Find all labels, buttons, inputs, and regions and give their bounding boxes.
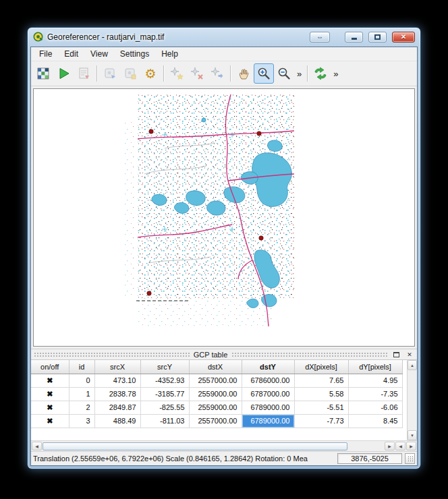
gcp-marker-0: [149, 129, 153, 134]
pan-hand-icon: [236, 66, 251, 81]
cell-id[interactable]: 1: [69, 387, 94, 401]
scroll-left-button[interactable]: ◀: [32, 442, 42, 450]
gear-icon: ⚙: [144, 67, 156, 80]
pan-button[interactable]: [233, 63, 254, 84]
zoom-out-button[interactable]: [274, 63, 294, 84]
cell-srcy[interactable]: -4352.93: [140, 374, 189, 387]
col-header-srcx[interactable]: srcX: [94, 360, 140, 374]
status-corner-button[interactable]: [405, 453, 415, 464]
save-gcp-points-button[interactable]: [120, 63, 140, 84]
toolbar-overflow-chevron[interactable]: »: [294, 69, 304, 79]
col-header-dstx[interactable]: dstX: [189, 360, 242, 374]
cell-dy[interactable]: -7.35: [348, 387, 402, 401]
gcp-row-1[interactable]: ✖ 1 2838.78 -3185.77 2559000.00 6787000.…: [31, 387, 402, 401]
toolbar-separator: [96, 65, 97, 82]
window-title: Georeferencer - rautjarvi_map.tif: [47, 32, 164, 42]
menu-view[interactable]: View: [84, 47, 114, 61]
cell-id[interactable]: 0: [69, 374, 94, 387]
gcp-row-3[interactable]: ✖ 3 488.49 -811.03 2557000.00 6789000.00…: [31, 414, 402, 428]
link-georeferencer-button[interactable]: [310, 63, 331, 84]
cell-srcx[interactable]: 2849.87: [94, 401, 140, 414]
cell-srcx[interactable]: 488.49: [94, 414, 140, 428]
open-raster-button[interactable]: [33, 63, 53, 84]
cell-srcx[interactable]: 2838.78: [94, 387, 140, 401]
cell-onoff[interactable]: ✖: [31, 401, 69, 414]
gcp-marker-1: [257, 131, 261, 136]
cell-srcy[interactable]: -825.55: [140, 401, 189, 414]
corner-scroll-right-button[interactable]: ▶: [406, 442, 416, 450]
map-canvas[interactable]: [33, 88, 415, 347]
panel-drag-handle[interactable]: [34, 352, 190, 357]
minimize-button[interactable]: [345, 32, 363, 42]
generate-gdal-script-button[interactable]: [74, 63, 94, 84]
cell-dstx[interactable]: 2557000.00: [189, 414, 242, 428]
menu-help[interactable]: Help: [155, 47, 184, 61]
vertical-scrollbar[interactable]: ▲ ▼: [407, 360, 417, 440]
col-header-onoff[interactable]: on/off: [31, 360, 69, 374]
detach-button[interactable]: ⇔: [310, 32, 330, 42]
load-gcp-points-button[interactable]: [100, 63, 120, 84]
close-button[interactable]: ✕: [392, 32, 415, 42]
panel-drag-handle[interactable]: [231, 352, 387, 357]
cell-dstx[interactable]: 2559000.00: [189, 387, 242, 401]
menu-file[interactable]: File: [33, 47, 58, 61]
zoom-in-button[interactable]: [254, 63, 274, 84]
transformation-settings-button[interactable]: ⚙: [140, 63, 161, 84]
gcp-row-0[interactable]: ✖ 0 473.10 -4352.93 2557000.00 6786000.0…: [31, 374, 402, 387]
add-point-button[interactable]: [167, 63, 187, 84]
scroll-up-button[interactable]: ▲: [408, 360, 417, 370]
gcp-table-area: on/off id srcX srcY dstX dstY dX[pixels]…: [31, 359, 417, 440]
titlebar[interactable]: Georeferencer - rautjarvi_map.tif ⇔ ✕: [28, 28, 420, 46]
menu-edit[interactable]: Edit: [58, 47, 84, 61]
cell-dx[interactable]: 7.65: [294, 374, 348, 387]
gcp-marker-2: [259, 236, 263, 240]
delete-point-button[interactable]: [187, 63, 207, 84]
cell-srcy[interactable]: -3185.77: [140, 387, 189, 401]
menu-settings[interactable]: Settings: [114, 47, 155, 61]
col-header-srcy[interactable]: srcY: [140, 360, 189, 374]
move-point-button[interactable]: [207, 63, 227, 84]
horizontal-scroll-thumb[interactable]: [43, 442, 347, 450]
cell-dstx[interactable]: 2557000.00: [189, 374, 242, 387]
cell-dsty[interactable]: 6786000.00: [242, 374, 294, 387]
gcp-marker-3: [147, 291, 151, 295]
cell-dsty-selected[interactable]: 6789000.00: [242, 414, 294, 428]
horizontal-scrollbar[interactable]: ◀ ▶ ◀ ▶: [31, 440, 417, 451]
cell-dy[interactable]: -6.06: [348, 401, 402, 414]
cell-dsty[interactable]: 6789000.00: [242, 401, 294, 414]
col-header-dx[interactable]: dX[pixels]: [294, 360, 348, 374]
gcp-panel-titlebar[interactable]: GCP table ✕: [31, 349, 417, 359]
col-header-dsty[interactable]: dstY: [242, 360, 294, 374]
vertical-scroll-track[interactable]: [408, 370, 417, 430]
raster-map-image: [124, 94, 294, 326]
col-header-id[interactable]: id: [69, 360, 94, 374]
menubar: File Edit View Settings Help: [31, 47, 417, 61]
scroll-down-button[interactable]: ▼: [408, 430, 417, 440]
cell-onoff[interactable]: ✖: [31, 374, 69, 387]
cell-onoff[interactable]: ✖: [31, 387, 69, 401]
cell-onoff[interactable]: ✖: [31, 414, 69, 428]
corner-scroll-left-button[interactable]: ◀: [395, 442, 405, 450]
app-icon: [33, 32, 43, 42]
panel-float-button[interactable]: [391, 350, 401, 359]
gcp-row-2[interactable]: ✖ 2 2849.87 -825.55 2559000.00 6789000.0…: [31, 401, 402, 414]
col-header-dy[interactable]: dY[pixels]: [348, 360, 402, 374]
cell-dstx[interactable]: 2559000.00: [189, 401, 242, 414]
cell-dy[interactable]: 4.95: [348, 374, 402, 387]
cell-id[interactable]: 3: [69, 414, 94, 428]
cell-id[interactable]: 2: [69, 401, 94, 414]
toolbar-overflow-chevron[interactable]: »: [331, 69, 341, 79]
move-point-icon: [210, 66, 225, 81]
cell-srcx[interactable]: 473.10: [94, 374, 140, 387]
cell-dx[interactable]: -7.73: [294, 414, 348, 428]
cell-srcy[interactable]: -811.03: [140, 414, 189, 428]
cell-dx[interactable]: -5.51: [294, 401, 348, 414]
maximize-button[interactable]: [368, 32, 387, 42]
cell-dx[interactable]: 5.58: [294, 387, 348, 401]
cell-dy[interactable]: 8.45: [348, 414, 402, 428]
cell-dsty[interactable]: 6787000.00: [242, 387, 294, 401]
add-point-icon: [169, 66, 184, 81]
panel-close-button[interactable]: ✕: [405, 350, 414, 359]
scroll-right-button[interactable]: ▶: [385, 442, 395, 450]
start-georeferencing-button[interactable]: [53, 63, 74, 84]
